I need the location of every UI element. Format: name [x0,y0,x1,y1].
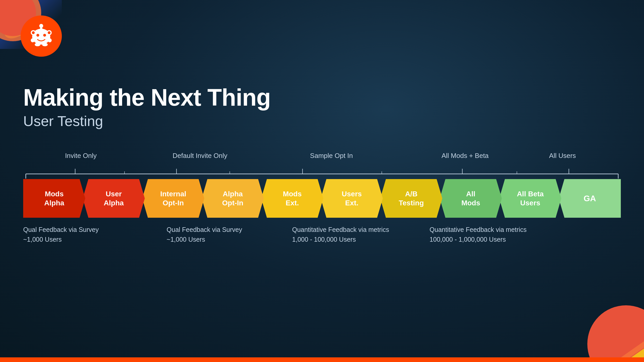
bracket-area [23,161,621,179]
segment-label-mods-ext: ModsExt. [283,189,302,207]
segment-mods-ext: ModsExt. [261,179,323,218]
title-section: Making the Next Thing User Testing [23,85,270,129]
label-invite-only: Invite Only [65,152,97,160]
svg-point-6 [43,34,46,37]
svg-point-12 [42,43,48,46]
segment-internal-optin: InternalOpt-In [142,179,204,218]
segment-ga: GA [559,179,621,218]
svg-point-8 [39,24,43,28]
label-all-mods-beta: All Mods + Beta [442,152,489,160]
segment-label-users-ext: UsersExt. [342,189,362,207]
bracket-svg [23,161,621,179]
feedback-sample-opt: Quantitative Feedback via metrics1,000 -… [292,225,389,244]
phase-labels: Invite Only Default Invite Only Sample O… [23,147,621,161]
corner-decoration-br [554,285,644,362]
segment-label-all-beta-users: All BetaUsers [517,189,544,207]
segment-user-alpha: UserAlpha [83,179,145,218]
label-all-users: All Users [549,152,576,160]
segment-alpha-optin: AlphaOpt-In [202,179,264,218]
bottom-bar [0,357,644,362]
segment-mods-alpha: ModsAlpha [23,179,85,218]
segment-all-beta-users: All BetaUsers [499,179,561,218]
segment-all-mods: AllMods [440,179,502,218]
svg-point-5 [36,34,39,37]
segment-label-all-mods: AllMods [461,189,480,207]
reddit-logo [21,15,62,57]
pipeline-section: Invite Only Default Invite Only Sample O… [23,147,621,256]
label-sample-opt: Sample Opt In [310,152,353,160]
feedback-all-mods-beta: Quantitative Feedback via metrics100,000… [430,225,527,244]
segment-ab-testing: A/BTesting [380,179,442,218]
main-title: Making the Next Thing [23,85,270,110]
segment-label-alpha-optin: AlphaOpt-In [222,189,243,207]
segment-users-ext: UsersExt. [321,179,383,218]
svg-point-11 [35,43,40,46]
segment-label-user-alpha: UserAlpha [104,189,124,207]
segment-label-mods-alpha: ModsAlpha [44,189,64,207]
arrows-row: ModsAlpha UserAlpha InternalOpt-In Alpha… [23,179,621,218]
svg-point-2 [32,31,35,34]
segment-label-ga: GA [584,193,596,204]
feedback-default-invite: Qual Feedback via Survey~1,000 Users [167,225,242,244]
feedback-invite-only: Qual Feedback via Survey~1,000 Users [23,225,99,244]
svg-point-9 [31,38,35,42]
segment-label-ab-testing: A/BTesting [399,189,424,207]
svg-point-4 [48,31,50,34]
sub-title: User Testing [23,113,270,129]
feedback-row: Qual Feedback via Survey~1,000 Users Qua… [23,225,621,256]
svg-point-10 [48,38,52,42]
segment-label-internal-optin: InternalOpt-In [160,189,186,207]
label-default-invite: Default Invite Only [173,152,227,160]
